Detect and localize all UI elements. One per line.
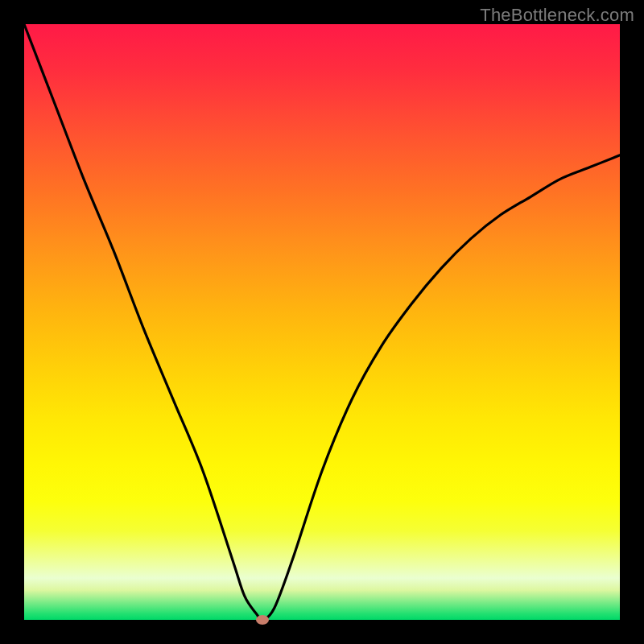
plot-area [24, 24, 620, 620]
chart-frame: TheBottleneck.com [0, 0, 644, 644]
curve-svg [24, 24, 620, 620]
watermark-text: TheBottleneck.com [480, 5, 634, 26]
minimum-marker [256, 615, 269, 625]
bottleneck-curve [24, 24, 620, 620]
